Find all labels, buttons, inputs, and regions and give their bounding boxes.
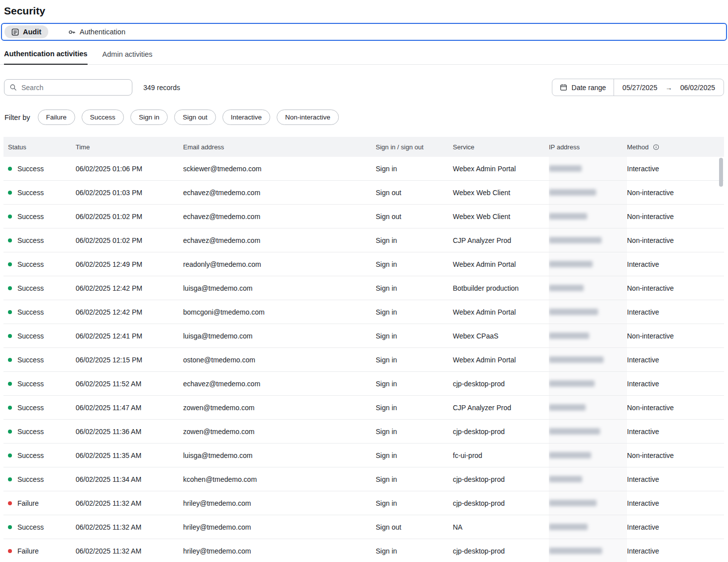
search-input[interactable] (21, 84, 127, 92)
tab-audit[interactable]: Audit (4, 25, 48, 38)
status-cell: Success (3, 260, 76, 268)
date-range-start[interactable]: 05/27/2025 (623, 84, 657, 92)
ip-redacted-blur (549, 261, 593, 267)
table-row[interactable]: Failure 06/02/2025 11:32 AM hriley@tmede… (3, 539, 724, 562)
service-cell: NA (453, 523, 549, 531)
status-dot (8, 358, 12, 362)
method-cell: Non-interactive (627, 451, 724, 459)
date-range-end[interactable]: 06/02/2025 (680, 84, 715, 92)
table-row[interactable]: Success 06/02/2025 11:35 AM luisga@tmede… (3, 444, 724, 467)
filter-chip-success[interactable]: Success (82, 110, 124, 125)
table-row[interactable]: Success 06/02/2025 12:42 PM bomcgoni@tme… (3, 300, 724, 324)
status-label: Success (17, 356, 44, 364)
status-dot (8, 525, 12, 529)
status-label: Success (17, 332, 44, 340)
status-dot (8, 477, 12, 481)
table-row[interactable]: Success 06/02/2025 12:15 PM ostone@tmede… (3, 348, 724, 372)
email-cell: echavez@tmedemo.com (183, 189, 376, 197)
table-row[interactable]: Success 06/02/2025 01:02 PM echavez@tmed… (3, 228, 724, 252)
ip-redacted-blur (549, 500, 597, 506)
method-cell: Non-interactive (627, 213, 724, 221)
tab-authentication-label: Authentication (80, 28, 125, 36)
table-scrollbar[interactable] (719, 157, 723, 545)
table-row[interactable]: Success 06/02/2025 11:32 AM hriley@tmede… (3, 515, 724, 539)
table-row[interactable]: Success 06/02/2025 12:42 PM luisga@tmede… (3, 276, 724, 300)
table-header: StatusTimeEmail addressSign in / sign ou… (3, 137, 724, 157)
status-label: Failure (17, 547, 39, 555)
direction-cell: Sign out (376, 523, 453, 531)
time-cell: 06/02/2025 12:42 PM (76, 308, 183, 316)
status-dot (8, 215, 12, 219)
direction-cell: Sign in (376, 451, 453, 459)
status-dot (8, 430, 12, 434)
time-cell: 06/02/2025 12:15 PM (76, 356, 183, 364)
status-cell: Success (3, 165, 76, 173)
ip-cell (549, 491, 627, 515)
direction-cell: Sign in (376, 356, 453, 364)
status-cell: Success (3, 236, 76, 244)
service-cell: Webex Admin Portal (453, 308, 549, 316)
filter-chip-non-interactive[interactable]: Non-interactive (277, 110, 339, 125)
table-row[interactable]: Success 06/02/2025 01:02 PM echavez@tmed… (3, 205, 724, 228)
table-row[interactable]: Success 06/02/2025 12:41 PM luisga@tmede… (3, 324, 724, 348)
method-cell: Non-interactive (627, 284, 724, 292)
filter-chip-sign-in[interactable]: Sign in (130, 110, 168, 125)
subtab-authentication-activities[interactable]: Authentication activities (4, 50, 88, 65)
time-cell: 06/02/2025 12:49 PM (76, 260, 183, 268)
column-label: Service (453, 143, 474, 151)
time-cell: 06/02/2025 01:03 PM (76, 189, 183, 197)
method-cell: Non-interactive (627, 404, 724, 412)
info-icon[interactable] (653, 144, 659, 150)
table-row[interactable]: Success 06/02/2025 11:34 AM kcohen@tmede… (3, 467, 724, 491)
email-cell: hriley@tmedemo.com (183, 499, 376, 507)
date-range-label-group[interactable]: Date range (552, 84, 614, 92)
table-row[interactable]: Success 06/02/2025 01:03 PM echavez@tmed… (3, 181, 724, 205)
table-row[interactable]: Success 06/02/2025 11:52 AM echavez@tmed… (3, 372, 724, 396)
ip-cell (549, 228, 627, 252)
status-dot (8, 262, 12, 266)
direction-cell: Sign in (376, 165, 453, 173)
direction-cell: Sign in (376, 499, 453, 507)
email-cell: bomcgoni@tmedemo.com (183, 308, 376, 316)
table-row[interactable]: Success 06/02/2025 01:06 PM sckiewer@tme… (3, 157, 724, 181)
email-cell: kcohen@tmedemo.com (183, 475, 376, 483)
ip-redacted-blur (549, 189, 596, 196)
table-row[interactable]: Success 06/02/2025 11:36 AM zowen@tmedem… (3, 420, 724, 444)
email-cell: luisga@tmedemo.com (183, 332, 376, 340)
direction-cell: Sign out (376, 189, 453, 197)
service-cell: CJP Analyzer Prod (453, 404, 549, 412)
records-count: 349 records (143, 84, 180, 92)
tab-authentication[interactable]: Authentication (61, 25, 132, 38)
service-cell: Webex Web Client (453, 189, 549, 197)
filter-chip-interactive[interactable]: Interactive (222, 110, 270, 125)
status-label: Success (17, 523, 44, 531)
status-label: Success (17, 308, 44, 316)
status-cell: Success (3, 332, 76, 340)
filter-chip-failure[interactable]: Failure (38, 110, 75, 125)
status-cell: Success (3, 428, 76, 436)
column-header-status: Status (3, 143, 76, 151)
table-row[interactable]: Success 06/02/2025 12:49 PM readonly@tme… (3, 252, 724, 276)
direction-cell: Sign out (376, 213, 453, 221)
date-range-label: Date range (572, 84, 606, 92)
status-label: Success (17, 475, 44, 483)
direction-cell: Sign in (376, 475, 453, 483)
status-label: Success (17, 189, 44, 197)
scrollbar-thumb[interactable] (719, 158, 723, 187)
subtab-admin-activities[interactable]: Admin activities (103, 50, 153, 65)
date-range-control[interactable]: Date range 05/27/2025 → 06/02/2025 (552, 79, 724, 96)
ip-redacted-blur (549, 356, 604, 363)
service-cell: Webex Admin Portal (453, 260, 549, 268)
status-dot (8, 191, 12, 195)
filter-chip-sign-out[interactable]: Sign out (174, 110, 216, 125)
table-row[interactable]: Failure 06/02/2025 11:32 AM hriley@tmede… (3, 491, 724, 515)
ip-cell (549, 181, 627, 204)
search-box[interactable] (4, 79, 132, 96)
column-label: Sign in / sign out (376, 143, 423, 151)
ip-cell (549, 324, 627, 347)
direction-cell: Sign in (376, 332, 453, 340)
arrow-right-icon: → (665, 84, 672, 92)
status-cell: Success (3, 404, 76, 412)
table-row[interactable]: Success 06/02/2025 11:47 AM zowen@tmedem… (3, 396, 724, 420)
method-cell: Non-interactive (627, 236, 724, 244)
